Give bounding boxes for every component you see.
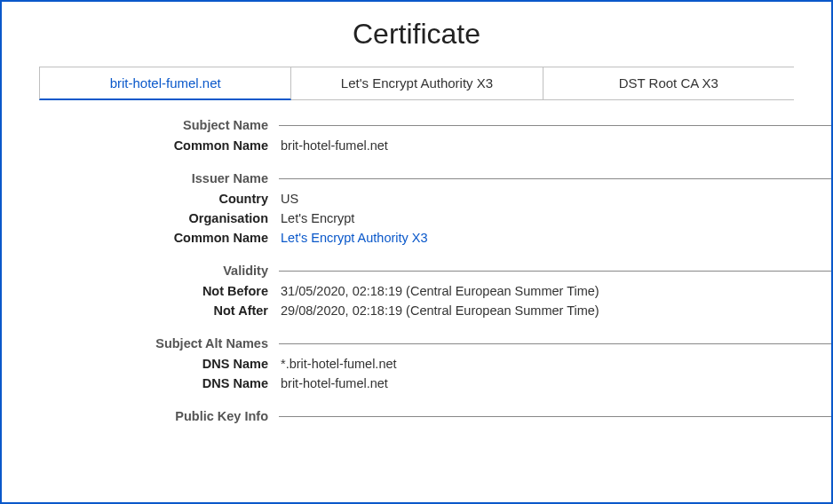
label-dns-name: DNS Name (2, 376, 268, 390)
divider (279, 271, 831, 272)
section-issuer-name: Issuer Name Country US Organisation Let'… (2, 171, 831, 248)
divider (279, 178, 831, 179)
section-header-validity: Validity (2, 264, 268, 278)
section-header-pki: Public Key Info (2, 409, 268, 423)
divider (279, 125, 831, 126)
section-header-issuer-name: Issuer Name (2, 171, 268, 185)
page-title: Certificate (2, 2, 831, 67)
value-issuer-country: US (268, 192, 298, 206)
label-organisation: Organisation (2, 211, 268, 225)
section-header-san: Subject Alt Names (2, 336, 268, 350)
tab-bar: brit-hotel-fumel.net Let's Encrypt Autho… (39, 67, 794, 100)
tab-root-cert[interactable]: DST Root CA X3 (543, 67, 794, 100)
section-header-subject-name: Subject Name (2, 118, 268, 132)
label-not-before: Not Before (2, 284, 268, 298)
label-country: Country (2, 192, 268, 206)
section-public-key-info: Public Key Info (2, 409, 831, 423)
section-validity: Validity Not Before 31/05/2020, 02:18:19… (2, 264, 831, 320)
label-issuer-common-name: Common Name (2, 231, 268, 245)
certificate-details: Subject Name Common Name brit-hotel-fume… (2, 100, 831, 423)
value-not-before: 31/05/2020, 02:18:19 (Central European S… (268, 284, 599, 298)
divider (279, 343, 831, 344)
section-subject-alt-names: Subject Alt Names DNS Name *.brit-hotel-… (2, 336, 831, 393)
value-subject-common-name: brit-hotel-fumel.net (268, 138, 388, 153)
tab-subject-cert[interactable]: brit-hotel-fumel.net (39, 67, 291, 100)
label-dns-name: DNS Name (2, 357, 268, 371)
value-issuer-organisation: Let's Encrypt (268, 211, 354, 225)
value-san-dns-1: *.brit-hotel-fumel.net (268, 357, 397, 371)
value-not-after: 29/08/2020, 02:18:19 (Central European S… (268, 303, 599, 318)
section-subject-name: Subject Name Common Name brit-hotel-fume… (2, 118, 831, 155)
tab-intermediate-cert[interactable]: Let's Encrypt Authority X3 (291, 67, 543, 100)
label-common-name: Common Name (2, 138, 268, 153)
link-issuer-common-name[interactable]: Let's Encrypt Authority X3 (268, 231, 428, 245)
label-not-after: Not After (2, 303, 268, 318)
divider (279, 416, 831, 417)
value-san-dns-2: brit-hotel-fumel.net (268, 376, 388, 390)
